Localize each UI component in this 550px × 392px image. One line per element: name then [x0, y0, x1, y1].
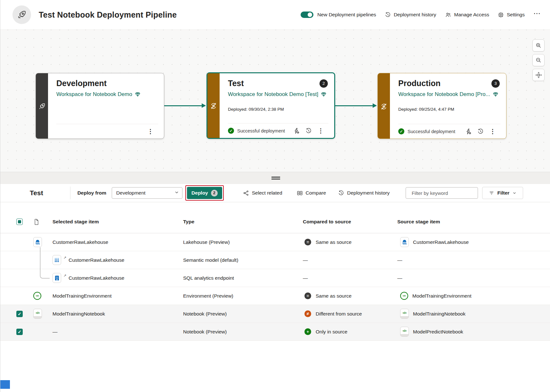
stage-history-icon[interactable]: [303, 126, 314, 136]
canvas-zoom-controls: [532, 39, 545, 81]
zoom-in-icon: [535, 42, 542, 49]
history-icon: [385, 12, 391, 18]
workspace-link[interactable]: Workspace for Notebook Demo [Test]: [228, 91, 328, 98]
compared-status-same-icon: =: [304, 292, 311, 299]
workspace-link-label: Workspace for Notebook Demo: [56, 91, 132, 98]
deployed-timestamp: Deployed: 09/30/24, 2:38 PM: [228, 107, 328, 112]
table-row[interactable]: CustomerRawLakehouse Lakehouse (Preview)…: [0, 233, 550, 251]
compare-icon: [297, 190, 303, 196]
deployment-history-label: Deployment history: [394, 12, 436, 18]
keyword-filter-searchbox[interactable]: [406, 187, 478, 199]
zoom-in-button[interactable]: [532, 39, 545, 52]
semantic-model-icon: [53, 255, 61, 265]
notebook-icon: </>: [400, 309, 409, 319]
workspace-link-label: Workspace for Notebook Demo [Pro...: [398, 91, 490, 98]
settings-label: Settings: [507, 12, 525, 18]
stage-items-table: Selected stage item Type Compared to sou…: [0, 202, 550, 341]
row-item-type: Environment (Preview): [173, 293, 293, 299]
new-pipelines-toggle-group[interactable]: New Deployment pipelines: [301, 12, 376, 18]
select-related-icon: [243, 190, 249, 196]
zoom-out-button[interactable]: [532, 54, 545, 66]
table-row[interactable]: — Notebook (Preview) +Only in source </>…: [0, 323, 550, 341]
stage-item-count-badge: 3: [491, 79, 500, 88]
manage-access-label: Manage Access: [454, 12, 489, 18]
people-icon: [445, 12, 451, 18]
toolbar-divider: [70, 187, 70, 199]
sql-endpoint-icon: [53, 273, 61, 283]
select-related-button[interactable]: Select related: [243, 190, 282, 196]
notebook-icon: </>: [400, 327, 409, 337]
filter-button[interactable]: Filter: [482, 187, 523, 199]
workspace-link[interactable]: Workspace for Notebook Demo: [56, 91, 158, 98]
deploy-sync-icon: [380, 103, 388, 112]
compare-button[interactable]: Compare: [297, 190, 326, 196]
stage-more-options[interactable]: ⋮: [145, 126, 156, 137]
settings-menu[interactable]: Settings: [498, 12, 525, 18]
column-header-source-stage-item[interactable]: Source stage item: [387, 219, 550, 225]
deploy-from-select[interactable]: Development: [112, 187, 182, 199]
chevron-down-icon: [513, 191, 516, 195]
splitter-grip-icon[interactable]: [271, 177, 280, 180]
stage-more-options[interactable]: ⋮: [488, 126, 498, 137]
row-checkbox-cell: [0, 311, 25, 317]
row-checkbox-cell: [0, 329, 25, 335]
success-check-icon: ✓: [228, 128, 234, 134]
deployment-history-menu[interactable]: Deployment history: [385, 12, 436, 18]
toggle-switch[interactable]: [301, 12, 313, 18]
deploy-button[interactable]: Deploy 2: [187, 187, 222, 199]
row-item-type: Lakehouse (Preview): [173, 239, 293, 245]
workspace-link[interactable]: Workspace for Notebook Demo [Pro...: [398, 91, 500, 98]
deployment-history-button[interactable]: Deployment history: [338, 190, 390, 196]
app-header: Test Notebook Deployment Pipeline New De…: [0, 0, 550, 29]
fit-view-button[interactable]: [532, 69, 545, 81]
column-header-type[interactable]: Type: [173, 219, 293, 225]
stage-card-production[interactable]: Production 3 Workspace for Notebook Demo…: [377, 73, 506, 139]
row-compared-to-source: —: [293, 257, 387, 263]
stage-title: Test: [228, 79, 244, 88]
row-source-stage-item: CustomerRawLakehouse: [387, 237, 550, 247]
deploy-from-value: Development: [116, 190, 145, 196]
row-compared-to-source: =Same as source: [293, 239, 387, 245]
deployment-status: ✓ Successful deployment: [228, 128, 285, 134]
select-all-checkbox[interactable]: [16, 219, 23, 225]
stage-card-test[interactable]: Test 2 Workspace for Notebook Demo [Test…: [206, 72, 335, 139]
table-row[interactable]: </> ModelTrainingNotebook Notebook (Prev…: [0, 305, 550, 323]
rocket-icon: [38, 103, 46, 111]
search-input[interactable]: [412, 190, 475, 196]
row-item-name: ModelTrainingEnvironment: [43, 293, 173, 299]
environment-icon: </>: [33, 292, 41, 300]
row-item-name: —: [43, 329, 173, 335]
deploy-button-label: Deploy: [191, 190, 208, 196]
stage-card-development[interactable]: Development Workspace for Notebook Demo …: [36, 73, 164, 139]
deploy-settings-icon[interactable]: [463, 126, 473, 137]
row-checkbox[interactable]: [16, 329, 23, 335]
more-options-button[interactable]: ⋯: [533, 10, 540, 20]
pipeline-avatar: [12, 5, 31, 24]
pipeline-canvas[interactable]: Development Workspace for Notebook Demo …: [0, 29, 550, 172]
row-checkbox[interactable]: [16, 311, 23, 317]
deploy-sync-icon: [210, 102, 217, 111]
panel-splitter[interactable]: [0, 172, 550, 184]
row-compared-to-source: =Same as source: [293, 292, 387, 299]
deployment-history-label: Deployment history: [347, 190, 390, 196]
row-item-icon-cell: </>: [25, 309, 43, 319]
row-source-stage-item: </>ModelPredictNotebook: [387, 327, 550, 337]
table-row[interactable]: ↗CustomerRawLakehouse SQL analytics endp…: [0, 269, 550, 287]
row-item-icon-cell: [25, 237, 43, 247]
deploy-settings-icon[interactable]: [291, 126, 302, 136]
stage-more-options[interactable]: ⋮: [316, 126, 326, 136]
column-header-selected-stage-item[interactable]: Selected stage item: [43, 219, 173, 225]
test-stage-strip: [207, 73, 220, 138]
row-item-name: ↗CustomerRawLakehouse: [43, 273, 173, 283]
filter-icon: [489, 190, 494, 196]
column-header-compared-to-source[interactable]: Compared to source: [293, 219, 387, 225]
table-row[interactable]: ↗CustomerRawLakehouse Semantic model (de…: [0, 251, 550, 269]
stage-history-icon[interactable]: [475, 126, 486, 137]
manage-access-menu[interactable]: Manage Access: [445, 12, 489, 18]
deploy-count-badge: 2: [211, 190, 218, 196]
table-row[interactable]: </> ModelTrainingEnvironment Environment…: [0, 287, 550, 305]
stage-card-footer: ✓ Successful deployment ⋮: [228, 123, 328, 138]
compared-status-different-icon: ≠: [304, 310, 311, 317]
page-title: Test Notebook Deployment Pipeline: [39, 10, 177, 20]
production-stage-strip: [378, 73, 390, 139]
